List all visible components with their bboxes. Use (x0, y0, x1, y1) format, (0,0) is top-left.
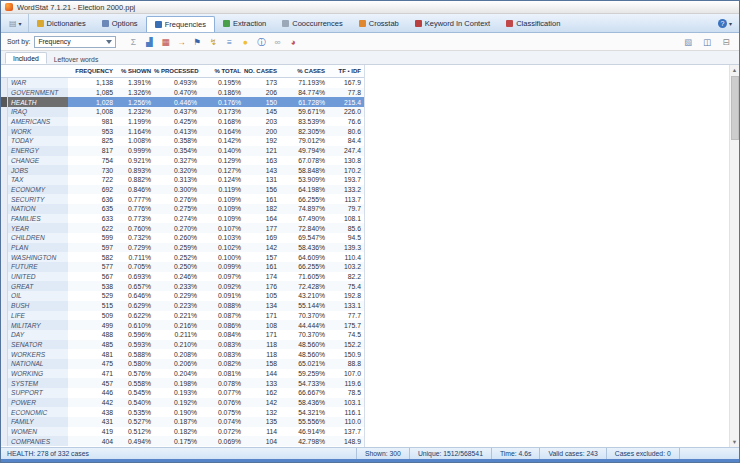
pie-chart-icon[interactable]: ◕ (286, 35, 300, 49)
column-header[interactable]: NO. CASES (244, 68, 280, 74)
table-row[interactable]: FAMILY4310.527%0.187%0.074%13555.556%110… (1, 417, 364, 427)
word-label: LIFE (8, 311, 68, 321)
table-row[interactable]: NATION6350.776%0.275%0.109%18274.897%79.… (1, 204, 364, 214)
table-row[interactable]: ECONOMY6920.846%0.300%0.119%15664.198%13… (1, 185, 364, 195)
table-cell: 481 (68, 351, 116, 358)
table-cell: 0.077% (200, 389, 244, 396)
table-cell: 0.622% (116, 312, 154, 319)
table-row[interactable]: GREAT5380.657%0.233%0.092%17672.428%75.4 (1, 281, 364, 291)
table-cell: 192 (244, 137, 280, 144)
report-menu-button[interactable]: ▤ ▾ (3, 14, 29, 32)
table-cell: 103.1 (328, 399, 364, 406)
word-label: BUSH (8, 301, 68, 311)
table-row[interactable]: SYSTEM4570.558%0.198%0.078%13354.733%119… (1, 378, 364, 388)
list-icon[interactable]: ≡ (222, 35, 236, 49)
chevron-down-icon (106, 40, 112, 44)
table-row[interactable]: WASHINGTON5820.711%0.252%0.100%15764.609… (1, 252, 364, 262)
row-gutter (1, 320, 8, 330)
column-header[interactable]: % TOTAL (200, 68, 244, 74)
column-header[interactable]: % PROCESSED (154, 68, 200, 74)
bar-chart-icon[interactable]: ▟ (142, 35, 156, 49)
table-row[interactable]: ECONOMIC4380.535%0.190%0.075%13254.321%1… (1, 407, 364, 417)
table-row[interactable]: GOVERNMENT1,0851.326%0.470%0.186%20684.7… (1, 88, 364, 98)
export-icon[interactable]: ▧ (681, 35, 695, 49)
table-row[interactable]: COMPANIES4040.494%0.175%0.069%10442.798%… (1, 436, 364, 446)
table-cell: 0.760% (116, 225, 154, 232)
distribution-grid-icon[interactable]: ▦ (158, 35, 172, 49)
table-row[interactable]: FUTURE5770.705%0.250%0.099%16166.255%103… (1, 262, 364, 272)
table-cell: 71.605% (280, 273, 328, 280)
table-row[interactable]: SECURITY6360.777%0.276%0.109%16166.255%1… (1, 194, 364, 204)
table-row[interactable]: JOBS7300.893%0.320%0.127%14358.848%170.2 (1, 165, 364, 175)
tab-options[interactable]: Options (94, 14, 146, 32)
info-icon[interactable]: ⓘ (254, 35, 268, 49)
table-row[interactable]: LIFE5090.622%0.221%0.087%17170.370%77.7 (1, 311, 364, 321)
table-row[interactable]: WOMEN4190.512%0.182%0.072%11446.914%137.… (1, 427, 364, 437)
content-panel: FREQUENCY% SHOWN% PROCESSED% TOTALNO. CA… (1, 65, 739, 447)
table-row[interactable]: UNITED5670.693%0.246%0.097%17471.605%82.… (1, 272, 364, 282)
tab-frequencies[interactable]: Frequencies (146, 16, 215, 32)
row-gutter (1, 291, 8, 301)
table-row[interactable]: FAMILIES6330.773%0.274%0.109%16467.490%1… (1, 214, 364, 224)
column-header[interactable]: % CASES (280, 68, 328, 74)
table-cell: 133 (244, 380, 280, 387)
print-icon[interactable]: ⊟ (719, 35, 733, 49)
table-row[interactable]: PLAN5970.729%0.259%0.102%14258.436%139.3 (1, 243, 364, 253)
lightning-icon[interactable]: ↯ (206, 35, 220, 49)
table-row[interactable]: WORKERS4810.588%0.208%0.083%11848.560%15… (1, 349, 364, 359)
tab-cooccurrences[interactable]: Cooccurrences (274, 14, 350, 32)
table-row[interactable]: YEAR6220.760%0.270%0.107%17772.840%85.6 (1, 223, 364, 233)
statistics-icon[interactable]: Σ (126, 35, 140, 49)
table-row[interactable]: HEALTH1,0281.256%0.446%0.176%15061.728%2… (1, 97, 364, 107)
bulb-icon[interactable]: ● (238, 35, 252, 49)
table-cell: 174 (244, 273, 280, 280)
scroll-up-icon[interactable]: ▲ (732, 65, 737, 75)
table-row[interactable]: IRAQ1,0081.232%0.437%0.173%14559.671%226… (1, 107, 364, 117)
table-row[interactable]: CHANGE7540.921%0.327%0.129%16367.078%130… (1, 156, 364, 166)
view-tab-leftover-words[interactable]: Leftover words (47, 54, 106, 64)
column-header[interactable]: TF • IDF (328, 68, 364, 74)
tab-crosstab[interactable]: Crosstab (351, 14, 407, 32)
sort-by-dropdown[interactable]: Frequency (34, 36, 116, 48)
table-row[interactable]: TAX7220.882%0.313%0.124%13153.909%193.7 (1, 175, 364, 185)
table-row[interactable]: AMERICANS9811.199%0.425%0.168%20383.539%… (1, 117, 364, 127)
tab-dictionaries[interactable]: Dictionaries (29, 14, 94, 32)
table-cell: 0.252% (154, 254, 200, 261)
table-row[interactable]: POWER4420.540%0.192%0.076%14258.436%103.… (1, 398, 364, 408)
column-header[interactable]: FREQUENCY (68, 68, 116, 74)
table-row[interactable]: DAY4880.596%0.211%0.084%17170.370%74.5 (1, 330, 364, 340)
table-row[interactable]: SENATOR4850.593%0.210%0.083%11848.560%15… (1, 340, 364, 350)
scrollbar-thumb[interactable] (731, 76, 739, 140)
row-gutter (1, 369, 8, 379)
tab-keyword-in-context[interactable]: Keyword In Context (407, 14, 498, 32)
table-cell: 175.7 (328, 322, 364, 329)
save-icon[interactable]: ◫ (700, 35, 714, 49)
tab-extraction[interactable]: Extraction (215, 14, 274, 32)
frequency-table: FREQUENCY% SHOWN% PROCESSED% TOTALNO. CA… (1, 65, 365, 447)
word-label: GOVERNMENT (8, 88, 68, 98)
help-button[interactable]: ? ▾ (718, 14, 737, 32)
table-row[interactable]: WAR1,1381.391%0.493%0.195%17371.193%167.… (1, 78, 364, 88)
scroll-down-icon[interactable]: ▼ (732, 437, 737, 447)
link-icon[interactable]: ∞ (270, 35, 284, 49)
tab-classification[interactable]: Classification (498, 14, 568, 32)
table-row[interactable]: MILITARY4990.610%0.216%0.086%10844.444%1… (1, 320, 364, 330)
word-label: TODAY (8, 136, 68, 146)
table-row[interactable]: WORKING4710.576%0.204%0.081%14459.259%10… (1, 369, 364, 379)
table-row[interactable]: SUPPORT4460.545%0.193%0.077%16266.667%78… (1, 388, 364, 398)
table-row[interactable]: BUSH5150.629%0.223%0.088%13455.144%133.1 (1, 301, 364, 311)
view-tab-included[interactable]: Included (5, 52, 47, 64)
vertical-scrollbar[interactable]: ▲ ▼ (729, 65, 739, 447)
table-row[interactable]: WORK9531.164%0.413%0.164%20082.305%80.6 (1, 126, 364, 136)
table-row[interactable]: CHILDREN5990.732%0.260%0.103%16969.547%9… (1, 233, 364, 243)
table-row[interactable]: NATIONAL4750.580%0.206%0.082%15865.021%8… (1, 359, 364, 369)
table-row[interactable]: TODAY8251.008%0.358%0.142%19279.012%84.4 (1, 136, 364, 146)
flag-icon[interactable]: ⚑ (190, 35, 204, 49)
apply-icon[interactable]: → (174, 35, 188, 49)
table-cell: 0.208% (154, 351, 200, 358)
column-header[interactable]: % SHOWN (116, 68, 154, 74)
table-row[interactable]: OIL5290.646%0.229%0.091%10543.210%192.8 (1, 291, 364, 301)
table-cell: 1,138 (68, 79, 116, 86)
table-row[interactable]: ENERGY8170.999%0.354%0.140%12149.794%247… (1, 146, 364, 156)
word-label: UNITED (8, 272, 68, 282)
